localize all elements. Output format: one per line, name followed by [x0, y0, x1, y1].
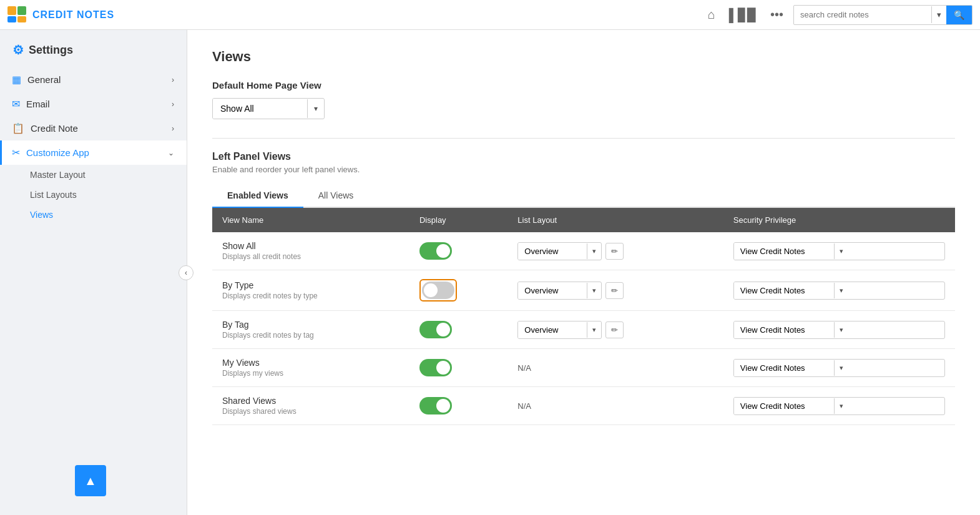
search-input[interactable] [794, 6, 931, 23]
default-view-select-arrow-icon: ▾ [307, 99, 324, 118]
sidebar-sub-item-list-layouts[interactable]: List Layouts [0, 185, 187, 205]
app-header: CREDIT NOTES ⌂ ▌▊▉ ••• ▾ 🔍 [0, 0, 980, 30]
display-toggle-shared-views[interactable] [419, 397, 452, 414]
privilege-cell: View Credit Notes Edit Credit Notes Dele… [723, 349, 955, 387]
email-chevron-icon: › [172, 100, 174, 109]
view-name-cell: Shared Views Displays shared views [212, 387, 409, 425]
sidebar-sub-item-views-label: Views [30, 210, 53, 220]
privilege-select-my-views[interactable]: View Credit Notes Edit Credit Notes Dele… [734, 360, 834, 376]
display-cell [409, 232, 507, 270]
edit-icon: ✏ [611, 325, 618, 335]
sidebar-sub-item-master-layout[interactable]: Master Layout [0, 165, 187, 185]
app-logo: CREDIT NOTES [7, 6, 704, 24]
collapse-icon: ‹ [185, 268, 187, 277]
layout-edit-button-by-type[interactable]: ✏ [605, 282, 624, 299]
privilege-select-arrow-icon: ▾ [834, 283, 848, 298]
views-table: View Name Display List Layout Security P… [212, 208, 955, 425]
layout-cell: N/A [507, 387, 723, 425]
sidebar-item-email[interactable]: ✉ Email › [0, 92, 187, 116]
app-name: CREDIT NOTES [32, 9, 114, 21]
home-button[interactable]: ⌂ [704, 4, 719, 26]
search-container: ▾ 🔍 [793, 5, 973, 25]
sidebar-item-general[interactable]: ▦ General › [0, 67, 187, 92]
layout-cell: Overview Detail Summary ▾ ✏ [507, 311, 723, 349]
sidebar-sub-item-master-layout-label: Master Layout [30, 170, 86, 180]
table-row: Show All Displays all credit notes [212, 232, 955, 270]
svg-rect-3 [17, 16, 26, 22]
privilege-select-wrapper: View Credit Notes Edit Credit Notes Dele… [733, 242, 945, 260]
sidebar-item-customize-app-inner: ✂ Customize App [12, 147, 89, 159]
display-cell [409, 270, 507, 311]
sidebar-item-general-label: General [27, 74, 61, 85]
email-icon: ✉ [12, 98, 20, 110]
reports-button[interactable]: ▌▊▉ [725, 4, 760, 26]
tab-all-views[interactable]: All Views [303, 184, 369, 208]
views-table-header-row: View Name Display List Layout Security P… [212, 208, 955, 232]
search-dropdown-button[interactable]: ▾ [931, 6, 946, 23]
view-name-secondary: Displays credit notes by tag [222, 331, 399, 340]
col-list-layout: List Layout [507, 208, 723, 232]
logo-icon [7, 6, 27, 24]
more-icon: ••• [770, 7, 783, 22]
toggle-slider [419, 242, 452, 260]
dropdown-icon: ▾ [937, 10, 941, 19]
layout-edit-button-show-all[interactable]: ✏ [605, 243, 624, 260]
sidebar-title: ⚙ Settings [0, 42, 187, 67]
sidebar-item-credit-note[interactable]: 📋 Credit Note › [0, 116, 187, 140]
display-cell [409, 349, 507, 387]
layout-select-arrow-icon: ▾ [587, 322, 601, 338]
privilege-cell: View Credit Notes Edit Credit Notes Dele… [723, 270, 955, 311]
privilege-select-shared-views[interactable]: View Credit Notes Edit Credit Notes Dele… [734, 398, 834, 414]
view-name-primary: My Views [222, 358, 399, 368]
layout-edit-button-by-tag[interactable]: ✏ [605, 321, 624, 338]
sidebar-item-customize-app[interactable]: ✂ Customize App ⌄ [0, 140, 187, 165]
layout-select-by-tag[interactable]: Overview Detail Summary [518, 321, 587, 338]
privilege-select-arrow-icon: ▾ [834, 322, 848, 338]
svg-rect-0 [7, 6, 16, 15]
privilege-select-arrow-icon: ▾ [834, 398, 848, 414]
customize-app-icon: ✂ [12, 147, 20, 159]
privilege-select-by-tag[interactable]: View Credit Notes Edit Credit Notes Dele… [734, 321, 834, 338]
privilege-select-wrapper: View Credit Notes Edit Credit Notes Dele… [733, 282, 945, 300]
privilege-select-arrow-icon: ▾ [834, 243, 848, 259]
display-toggle-by-tag[interactable] [419, 321, 452, 338]
layout-na-my-views: N/A [517, 363, 531, 373]
display-toggle-show-all[interactable] [419, 242, 452, 260]
table-row: By Type Displays credit notes by type [212, 270, 955, 311]
tab-all-views-label: All Views [318, 190, 354, 200]
up-arrow-icon: ▲ [84, 474, 97, 488]
more-button[interactable]: ••• [767, 4, 787, 26]
privilege-cell: View Credit Notes Edit Credit Notes Dele… [723, 232, 955, 270]
layout-cell: Overview Detail Summary ▾ ✏ [507, 270, 723, 311]
default-view-select[interactable]: Show All By Type By Tag My Views Shared … [213, 99, 307, 119]
privilege-select-show-all[interactable]: View Credit Notes Edit Credit Notes Dele… [734, 243, 834, 260]
view-name-secondary: Displays all credit notes [222, 252, 399, 261]
toggle-highlight-wrapper [419, 279, 457, 302]
layout-select-show-all[interactable]: Overview Detail Summary [518, 243, 587, 260]
scroll-up-button[interactable]: ▲ [75, 465, 106, 496]
layout-select-by-type[interactable]: Overview Detail Summary [518, 282, 587, 299]
page-layout: ⚙ Settings ▦ General › ✉ Email › [0, 30, 980, 515]
sidebar-item-credit-note-inner: 📋 Credit Note [12, 122, 78, 134]
privilege-select-by-type[interactable]: View Credit Notes Edit Credit Notes Dele… [734, 282, 834, 299]
search-go-button[interactable]: 🔍 [946, 6, 972, 24]
toggle-slider [419, 397, 452, 414]
view-name-primary: Show All [222, 241, 399, 251]
col-display: Display [409, 208, 507, 232]
sidebar-item-email-label: Email [26, 99, 50, 109]
tab-enabled-views[interactable]: Enabled Views [212, 184, 303, 208]
views-tabs: Enabled Views All Views [212, 184, 955, 208]
sidebar-sub-item-views[interactable]: Views [0, 205, 187, 225]
display-toggle-by-type[interactable] [422, 282, 454, 299]
privilege-cell: View Credit Notes Edit Credit Notes Dele… [723, 387, 955, 425]
sidebar: ⚙ Settings ▦ General › ✉ Email › [0, 30, 187, 515]
customize-app-chevron-icon: ⌄ [168, 149, 174, 157]
layout-cell: N/A [507, 349, 723, 387]
collapse-sidebar-button[interactable]: ‹ [179, 265, 194, 280]
view-name-cell: By Type Displays credit notes by type [212, 270, 409, 311]
left-panel-views-subtitle: Enable and reorder your left panel views… [212, 165, 955, 174]
display-toggle-my-views[interactable] [419, 359, 452, 376]
sidebar-title-label: Settings [29, 44, 73, 57]
privilege-select-arrow-icon: ▾ [834, 360, 848, 376]
edit-icon: ✏ [611, 286, 618, 295]
